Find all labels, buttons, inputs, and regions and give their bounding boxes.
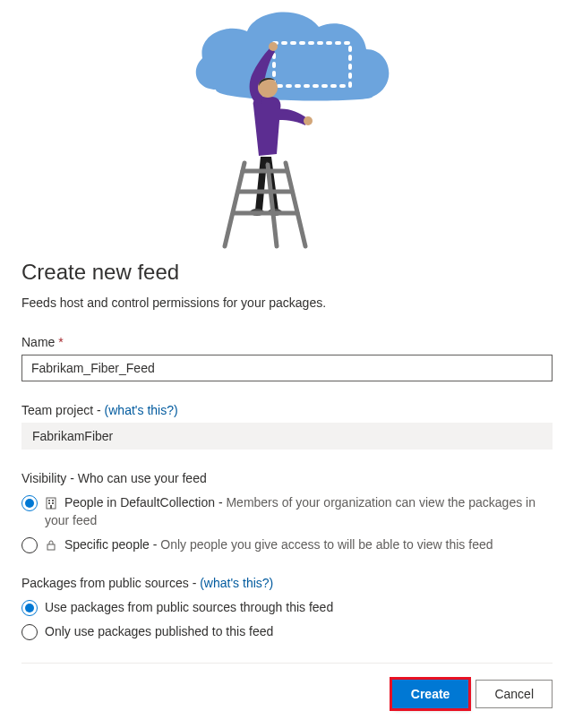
svg-line-6	[225, 163, 244, 246]
name-label-text: Name	[21, 335, 55, 349]
radio-input[interactable]	[21, 537, 38, 553]
svg-point-2	[304, 116, 313, 125]
button-row: Create Cancel	[21, 680, 553, 708]
radio-input[interactable]	[21, 624, 38, 640]
visibility-option-specific[interactable]: Specific people - Only people you give a…	[21, 536, 553, 554]
name-label: Name *	[21, 335, 553, 349]
cloud-illustration	[21, 0, 553, 251]
svg-line-7	[286, 163, 305, 246]
required-marker: *	[58, 335, 63, 349]
svg-rect-20	[47, 544, 55, 550]
option-title: Only use packages published to this feed	[45, 624, 273, 638]
public-sources-label-text: Packages from public sources -	[21, 576, 196, 590]
team-project-label: Team project - (what's this?)	[21, 403, 553, 417]
lock-icon	[45, 539, 57, 552]
org-icon	[45, 497, 57, 510]
name-input[interactable]	[21, 355, 553, 381]
visibility-option-desc: Only people you give access to will be a…	[160, 537, 493, 552]
option-title: Use packages from public sources through…	[45, 600, 333, 614]
divider	[21, 663, 553, 664]
public-sources-label: Packages from public sources - (what's t…	[21, 576, 553, 590]
create-button[interactable]: Create	[392, 680, 469, 708]
team-project-field: Team project - (what's this?) FabrikamFi…	[21, 403, 553, 450]
svg-point-1	[269, 42, 278, 51]
svg-rect-15	[48, 500, 50, 501]
public-sources-section: Packages from public sources - (what's t…	[21, 576, 553, 641]
svg-rect-16	[52, 500, 54, 501]
visibility-label: Visibility - Who can use your feed	[21, 471, 553, 485]
public-sources-help-link[interactable]: (what's this?)	[200, 576, 273, 590]
cancel-button[interactable]: Cancel	[475, 680, 553, 708]
team-project-value: FabrikamFiber	[21, 423, 553, 450]
name-field: Name *	[21, 335, 553, 381]
team-project-help-link[interactable]: (what's this?)	[105, 403, 178, 417]
page-title: Create new feed	[21, 260, 553, 285]
svg-rect-17	[48, 502, 50, 504]
page-subtitle: Feeds host and control permissions for y…	[21, 295, 553, 310]
svg-rect-19	[50, 505, 52, 509]
team-project-label-text: Team project -	[21, 403, 101, 417]
radio-input[interactable]	[21, 495, 38, 511]
radio-input[interactable]	[21, 600, 38, 616]
public-sources-option-use[interactable]: Use packages from public sources through…	[21, 599, 553, 617]
public-sources-option-only[interactable]: Only use packages published to this feed	[21, 623, 553, 641]
visibility-option-org[interactable]: People in DefaultCollection - Members of…	[21, 494, 553, 529]
visibility-option-title: People in DefaultCollection -	[64, 495, 223, 510]
svg-rect-18	[52, 502, 54, 504]
visibility-section: Visibility - Who can use your feed Peopl…	[21, 471, 553, 554]
visibility-option-title: Specific people -	[64, 537, 158, 552]
